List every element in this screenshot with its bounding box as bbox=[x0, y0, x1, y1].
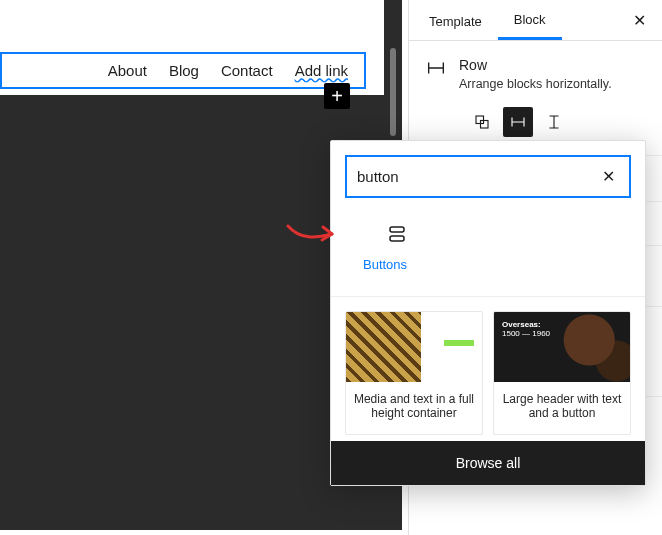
page-preview: About Blog Contact Add link + bbox=[0, 0, 384, 95]
tab-template[interactable]: Template bbox=[413, 2, 498, 39]
row-icon bbox=[425, 57, 447, 79]
svg-rect-3 bbox=[390, 236, 404, 241]
close-icon: ✕ bbox=[633, 12, 646, 29]
pattern2-title: Overseas: bbox=[502, 320, 622, 329]
block-search-input[interactable] bbox=[357, 168, 598, 185]
pattern-caption-2: Large header with text and a button bbox=[494, 382, 630, 434]
pattern-preview-2: Overseas: 1500 — 1960 bbox=[494, 312, 630, 382]
browse-all-button[interactable]: Browse all bbox=[331, 441, 645, 485]
close-sidebar-button[interactable]: ✕ bbox=[621, 3, 658, 38]
add-block-button[interactable]: + bbox=[324, 83, 350, 109]
pattern-results: Media and text in a full height containe… bbox=[331, 296, 645, 441]
variation-stack-icon[interactable] bbox=[539, 107, 569, 137]
block-title: Row bbox=[459, 57, 612, 73]
block-inserter-popover: ✕ Buttons Media and text in a full heigh… bbox=[330, 140, 646, 486]
buttons-block-label: Buttons bbox=[363, 257, 407, 272]
close-icon: ✕ bbox=[602, 168, 615, 185]
plus-icon: + bbox=[331, 85, 343, 108]
svg-rect-0 bbox=[476, 116, 484, 124]
svg-rect-2 bbox=[390, 227, 404, 232]
variation-row-icon[interactable] bbox=[503, 107, 533, 137]
buttons-block-result[interactable] bbox=[371, 222, 423, 249]
block-search: ✕ bbox=[345, 155, 631, 198]
block-description: Arrange blocks horizontally. bbox=[459, 77, 612, 91]
pattern-card-2[interactable]: Overseas: 1500 — 1960 Large header with … bbox=[493, 311, 631, 435]
clear-search-button[interactable]: ✕ bbox=[598, 167, 619, 186]
variation-group-icon[interactable] bbox=[467, 107, 497, 137]
row-block-selected[interactable]: About Blog Contact Add link + bbox=[0, 52, 366, 89]
search-results: Buttons bbox=[331, 206, 645, 296]
nav-link-blog[interactable]: Blog bbox=[169, 62, 199, 79]
sidebar-tabs: Template Block ✕ bbox=[409, 0, 662, 41]
pattern-preview-1 bbox=[346, 312, 482, 382]
annotation-arrow bbox=[286, 218, 338, 250]
nav-link-about[interactable]: About bbox=[108, 62, 147, 79]
nav-add-link[interactable]: Add link bbox=[295, 62, 348, 79]
buttons-icon bbox=[385, 222, 409, 246]
scrollbar-vertical[interactable] bbox=[390, 48, 396, 136]
nav-link-contact[interactable]: Contact bbox=[221, 62, 273, 79]
layout-variation-icons bbox=[409, 97, 662, 137]
pattern2-sub: 1500 — 1960 bbox=[502, 329, 622, 338]
pattern-caption-1: Media and text in a full height containe… bbox=[346, 382, 482, 434]
tab-block[interactable]: Block bbox=[498, 0, 562, 40]
svg-rect-1 bbox=[481, 121, 489, 129]
block-info: Row Arrange blocks horizontally. bbox=[409, 41, 662, 97]
pattern-card-1[interactable]: Media and text in a full height containe… bbox=[345, 311, 483, 435]
